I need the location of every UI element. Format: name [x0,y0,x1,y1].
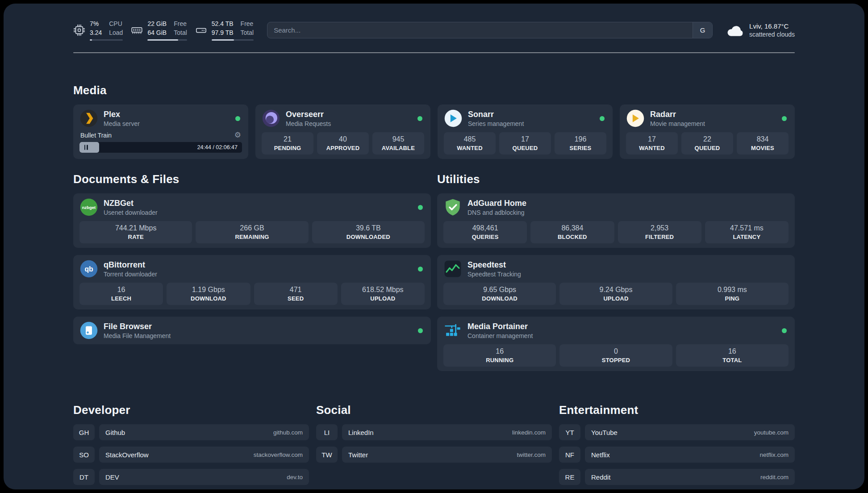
overseerr-icon [262,109,280,128]
stat-tile: 17 QUEUED [499,132,551,155]
bookmark-url: youtube.com [754,429,789,436]
memory-total-label: Total [174,29,187,38]
section-media: Media Plex Media server [73,84,795,159]
app-card-adguard[interactable]: AdGuard Home DNS and adblocking 498,461 … [437,193,795,248]
app-card-radarr[interactable]: Radarr Movie management 17 WANTED 22 QUE… [620,104,795,159]
weather-widget[interactable]: Lviv, 16.87°C scattered clouds [726,22,795,38]
bookmark-link[interactable]: StackOverflow stackoverflow.com [99,447,309,463]
settings-gear-icon[interactable]: ⚙ [234,131,241,139]
filebrowser-icon [79,321,98,340]
app-description: DNS and adblocking [467,209,526,216]
section-title-social: Social [316,403,552,417]
bookmark-abbr[interactable]: SO [73,447,95,463]
bookmark-link[interactable]: Github github.com [99,424,309,440]
bookmark-row-youtube: YT YouTube youtube.com [559,424,795,440]
stat-value: 498,461 [445,224,525,232]
stat-label: QUEUED [501,145,549,151]
bookmark-row-dev: DT DEV dev.to [73,469,309,485]
bookmark-link[interactable]: DEV dev.to [99,469,309,485]
disk-widget[interactable]: 52.4 TB 97.9 TB Free Total [195,20,254,41]
bookmark-name: Twitter [348,451,368,459]
search-engine-button[interactable]: G [693,22,712,38]
status-indicator [417,116,422,121]
stat-tile: 498,461 QUERIES [443,221,527,243]
stat-tile: 471 SEED [254,283,338,305]
stat-label: LEECH [81,295,161,302]
bookmark-link[interactable]: Twitter twitter.com [342,447,552,463]
stat-tile: 485 WANTED [444,132,496,155]
app-name: Sonarr [468,110,524,119]
status-indicator [235,116,240,121]
weather-location: Lviv, 16.87°C [749,22,795,30]
stat-label: FILTERED [620,234,700,240]
stat-label: UPLOAD [343,295,423,302]
stat-tile: 744.21 Mbps RATE [79,221,192,243]
app-card-portainer[interactable]: Media Portainer Container management 16 … [437,317,795,371]
bookmark-abbr[interactable]: TW [316,447,338,463]
playback-progress-bar[interactable]: 24:44 / 02:06:47 [79,142,242,153]
memory-widget[interactable]: 22 GiB 64 GiB Free Total [131,20,187,41]
app-card-nzbget[interactable]: nzbget NZBGet Usenet downloader 744.21 M… [73,193,431,248]
bookmark-link[interactable]: LinkedIn linkedin.com [342,424,552,440]
app-description: Media File Management [104,332,171,339]
media-player-widget: Bullet Train ⚙ 24:44 / 02:06:47 [79,131,242,153]
cpu-progress-track [90,39,123,41]
bookmark-abbr[interactable]: LI [316,424,338,440]
bookmark-abbr[interactable]: YT [559,424,580,440]
app-card-plex[interactable]: Plex Media server Bullet Train ⚙ [73,104,248,159]
stat-tile: 9.24 Gbps UPLOAD [559,283,672,305]
stat-tile: 86,384 BLOCKED [530,221,614,243]
app-card-filebrowser[interactable]: File Browser Media File Management [73,317,431,344]
status-indicator [782,328,787,333]
bookmark-abbr[interactable]: DT [73,469,95,485]
app-description: Movie management [650,120,705,127]
stat-value: 0 [561,347,670,355]
stat-tile: 39.6 TB DOWNLOADED [312,221,425,243]
bookmark-row-github: GH Github github.com [73,424,309,440]
bookmark-abbr[interactable]: GH [73,424,95,440]
bookmark-link[interactable]: YouTube youtube.com [585,424,795,440]
bookmark-link[interactable]: Netflix netflix.com [585,447,795,463]
app-description: Container management [467,332,533,339]
app-card-overseerr[interactable]: Overseerr Media Requests 21 PENDING 40 A… [255,104,430,159]
section-title-utilities: Utilities [437,172,795,186]
stat-tile: 266 GB REMAINING [196,221,308,243]
app-description: Series management [468,120,524,127]
stat-label: LATENCY [707,234,787,240]
bookmark-link[interactable]: Reddit reddit.com [585,469,795,485]
cpu-widget[interactable]: 7% 3.24 CPU Load [73,20,123,41]
bookmark-row-linkedin: LI LinkedIn linkedin.com [316,424,552,440]
app-card-qbittorrent[interactable]: qb qBittorrent Torrent downloader 16 [73,255,431,309]
app-name: Media Portainer [467,322,533,331]
stat-value: 39.6 TB [314,224,423,232]
app-name: Radarr [650,110,705,119]
weather-condition: scattered clouds [749,31,795,38]
app-card-sonarr[interactable]: Sonarr Series management 485 WANTED 17 Q… [438,104,613,159]
stat-label: WANTED [628,145,676,151]
sonarr-icon [444,109,463,128]
stat-tile: 16 TOTAL [676,344,789,367]
stat-tile: 1.19 Gbps DOWNLOAD [167,283,250,305]
pause-icon[interactable] [84,145,88,150]
status-indicator [600,116,605,121]
stat-value: 0.993 ms [678,286,787,294]
stat-tile: 47.571 ms LATENCY [705,221,789,243]
bookmark-abbr[interactable]: NF [559,447,580,463]
stat-value: 16 [81,286,161,294]
stat-value: 86,384 [532,224,612,232]
stat-value: 16 [678,347,787,355]
bookmark-name: StackOverflow [105,451,149,459]
stat-value: 16 [445,347,554,355]
search-input[interactable] [267,26,693,34]
bookmark-abbr[interactable]: RE [559,469,580,485]
app-card-speedtest[interactable]: Speedtest Speedtest Tracking 9.65 Gbps D… [437,255,795,309]
bookmark-name: Netflix [591,451,610,459]
top-bar: 7% 3.24 CPU Load [73,20,795,41]
stat-value: 9.24 Gbps [561,286,670,294]
bookmark-url: reddit.com [760,474,789,480]
bookmark-group-social: Social LI LinkedIn linkedin.com TW Twitt… [316,403,552,485]
disk-total-value: 97.9 TB [212,29,234,38]
disk-icon [195,24,207,36]
bookmark-url: twitter.com [517,451,546,458]
disk-free-value: 52.4 TB [212,20,234,29]
